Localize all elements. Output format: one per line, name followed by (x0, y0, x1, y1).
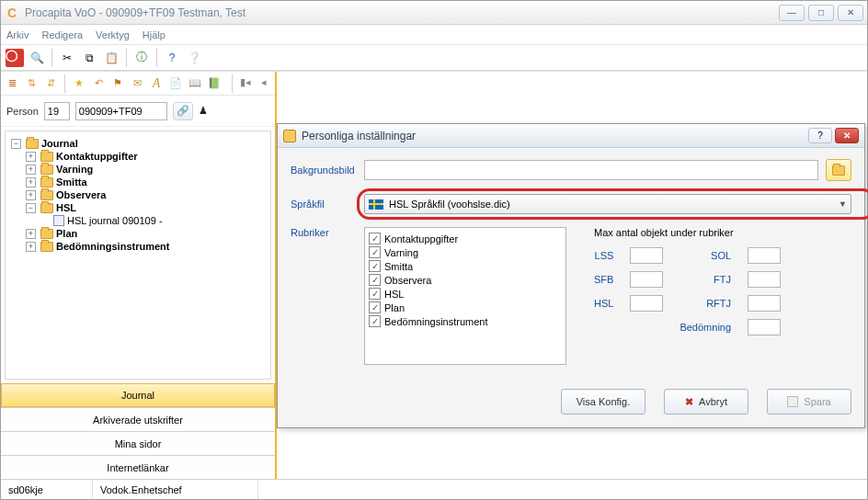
save-disk-icon (787, 396, 798, 407)
tree-root[interactable]: Journal (41, 138, 78, 149)
left-pane: ≣ ⇅ ⇵ ★ ↶ ⚑ ✉ A 📄 📖 📗 ▮◂ ◂ Person (1, 72, 277, 479)
tree-item[interactable]: Varning (56, 164, 93, 175)
checkbox[interactable]: ✓ (369, 274, 381, 286)
whatsthis-icon[interactable]: ❔ (184, 48, 204, 68)
rubrik-item[interactable]: Plan (384, 302, 405, 313)
max-rftj-input[interactable] (748, 295, 781, 312)
tab-journal[interactable]: Journal (1, 383, 275, 407)
tree-item[interactable]: Kontaktuppgifter (56, 151, 138, 162)
tab-internetlankar[interactable]: Internetlänkar (1, 455, 275, 479)
expand-toggle[interactable]: − (11, 139, 21, 149)
folder-icon (26, 139, 39, 149)
rubrik-item[interactable]: HSL (384, 289, 404, 300)
person-id-input[interactable] (44, 102, 70, 120)
checkbox[interactable]: ✓ (369, 246, 381, 258)
dialog-icon (283, 130, 296, 142)
max-hsl-input[interactable] (630, 295, 663, 312)
help-icon[interactable]: ? (162, 48, 182, 68)
filter-icon[interactable]: ⇵ (42, 75, 59, 92)
tree-item[interactable]: Bedömningsinstrument (56, 241, 169, 252)
expand-toggle[interactable]: + (26, 190, 36, 200)
menu-verktyg[interactable]: Verktyg (96, 29, 130, 40)
sprakfil-label: Språkfil (291, 199, 364, 210)
dialog-titlebar: Personliga inställningar ? ✕ (278, 124, 864, 148)
rubrik-item[interactable]: Varning (384, 247, 418, 258)
book-icon[interactable]: 📖 (187, 75, 203, 92)
window-title: Procapita VoO - 090909+TF09 Testman, Tes… (25, 6, 779, 19)
person-pnr-input[interactable] (75, 102, 167, 120)
nav-first-icon[interactable]: ▮◂ (237, 74, 254, 91)
tab-mina-sidor[interactable]: Mina sidor (1, 431, 275, 455)
tree-item[interactable]: Smitta (56, 176, 87, 188)
journal-tree[interactable]: −Journal +Kontaktuppgifter +Varning +Smi… (5, 131, 271, 380)
max-bedomning-input[interactable] (748, 319, 781, 335)
dialog-help-button[interactable]: ? (808, 128, 832, 143)
copy-icon[interactable]: ⧉ (79, 48, 99, 68)
rubrik-item[interactable]: Smitta (384, 261, 413, 272)
stop-icon[interactable]: ◯ (5, 48, 25, 68)
visa-konfig-button[interactable]: Visa Konfig. (561, 389, 645, 415)
folder-icon (40, 177, 53, 188)
toolbar-separator (156, 49, 157, 67)
nav-prev-icon[interactable]: ◂ (256, 74, 272, 91)
list-icon[interactable]: ≣ (4, 75, 20, 92)
max-lss-input[interactable] (630, 247, 663, 264)
tree-subitem[interactable]: HSL journal 090109 - (67, 215, 163, 226)
max-bedomning-label: Bedömning (680, 322, 731, 333)
checkbox[interactable]: ✓ (369, 260, 381, 272)
max-ftj-input[interactable] (748, 271, 781, 288)
expand-toggle[interactable]: + (26, 229, 36, 239)
expand-toggle[interactable]: + (26, 177, 36, 188)
expand-toggle[interactable]: − (26, 203, 36, 213)
maximize-button[interactable]: □ (808, 5, 834, 21)
tree-item[interactable]: Plan (56, 228, 77, 239)
dialog-close-button[interactable]: ✕ (835, 128, 859, 143)
cut-icon[interactable]: ✂ (57, 48, 77, 68)
status-role: Vodok.Enhetschef (93, 480, 258, 499)
binoculars-icon[interactable]: 🔍 (27, 48, 47, 68)
paste-icon[interactable]: 📋 (101, 48, 121, 68)
menu-redigera[interactable]: Redigera (41, 29, 83, 40)
rubrik-item[interactable]: Observera (384, 275, 431, 286)
undo-icon[interactable]: ↶ (90, 75, 107, 92)
minimize-button[interactable]: — (779, 5, 805, 21)
sort-icon[interactable]: ⇅ (23, 75, 40, 92)
link-icon[interactable]: 🔗 (173, 102, 193, 120)
max-sfb-input[interactable] (630, 271, 663, 288)
rubrik-item[interactable]: Kontaktuppgifter (384, 233, 458, 244)
expand-toggle[interactable]: + (26, 165, 36, 175)
close-button[interactable]: ✕ (838, 5, 863, 21)
mail-icon[interactable]: ✉ (129, 75, 145, 92)
font-icon[interactable]: A (148, 75, 165, 92)
spara-button[interactable]: Spara (767, 389, 851, 415)
checkbox[interactable]: ✓ (369, 315, 381, 327)
info-icon[interactable]: ⓘ (131, 48, 152, 68)
max-sol-input[interactable] (748, 247, 781, 264)
bakgrund-input[interactable] (364, 160, 818, 180)
star-icon[interactable]: ★ (71, 75, 87, 92)
note-icon[interactable]: 📄 (167, 75, 184, 92)
checkbox[interactable]: ✓ (369, 301, 381, 313)
browse-folder-button[interactable] (826, 159, 851, 181)
statusbar: sd06kje Vodok.Enhetschef (1, 479, 867, 499)
checkbox[interactable]: ✓ (369, 288, 381, 300)
person-silhouette-icon: ♟ (199, 105, 208, 117)
flag-icon[interactable]: ⚑ (109, 75, 126, 92)
rubriker-listbox[interactable]: ✓Kontaktuppgifter ✓Varning ✓Smitta ✓Obse… (364, 227, 566, 365)
flag-sweden-icon (369, 199, 383, 210)
rubrik-item[interactable]: Bedömningsinstrument (384, 316, 488, 327)
expand-toggle[interactable]: + (26, 242, 36, 252)
checkbox[interactable]: ✓ (369, 233, 381, 244)
tab-arkiverade[interactable]: Arkiverade utskrifter (1, 407, 275, 431)
menu-hjalp[interactable]: Hjälp (143, 29, 166, 40)
tree-item[interactable]: Observera (56, 189, 106, 200)
document-icon (53, 215, 64, 226)
tree-item[interactable]: HSL (56, 202, 76, 213)
max-rftj-label: RFTJ (680, 298, 731, 309)
menu-arkiv[interactable]: Arkiv (6, 29, 29, 40)
avbryt-button[interactable]: ✖Avbryt (664, 389, 748, 415)
sprakfil-combobox[interactable]: HSL Språkfil (voohslse.dic) ▼ (364, 194, 851, 214)
book2-icon[interactable]: 📗 (206, 75, 223, 92)
window-controls: — □ ✕ (779, 5, 863, 21)
expand-toggle[interactable]: + (26, 152, 36, 162)
